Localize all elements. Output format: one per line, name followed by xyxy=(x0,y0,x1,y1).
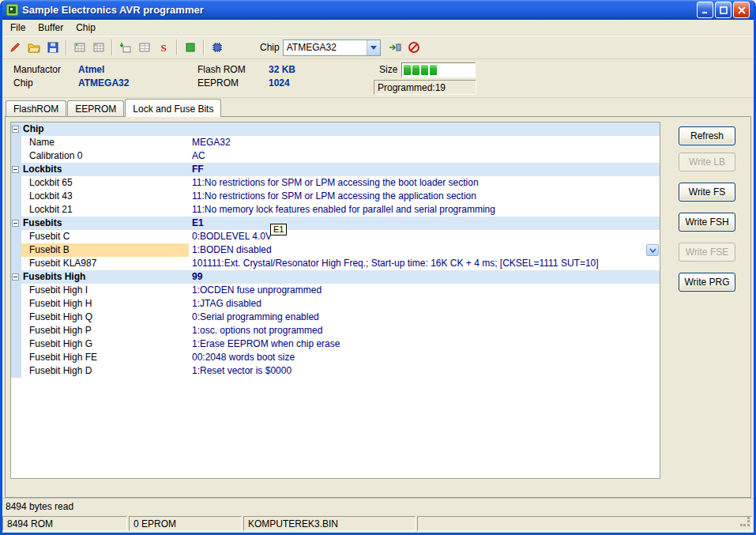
grid-row-lockbit-21[interactable]: Lockbit 2111:No memory lock features ena… xyxy=(11,203,660,217)
grid-row-calibration-0[interactable]: Calibration 0AC xyxy=(11,149,660,163)
minus-glyph xyxy=(13,169,17,170)
status-panel-3: KOMPUTEREK3.BIN xyxy=(243,516,416,531)
size-label: Size xyxy=(379,64,397,75)
row-label: Fusebit High G xyxy=(21,337,189,351)
row-label: Fusebit High I xyxy=(21,284,189,297)
write-fs-button[interactable]: Write FS xyxy=(679,183,735,202)
refresh-button[interactable]: Refresh xyxy=(679,126,735,145)
tab-eeprom[interactable]: EEPROM xyxy=(67,100,124,116)
row-label: Fusebit B xyxy=(21,243,189,257)
cancel-icon[interactable] xyxy=(404,38,423,57)
row-value: 11:No restrictions for SPM or LPM access… xyxy=(189,190,660,203)
grid-row-chip[interactable]: Chip xyxy=(11,122,660,136)
chip-icon[interactable] xyxy=(208,38,227,57)
verify-icon[interactable] xyxy=(181,38,200,57)
grid-row-name[interactable]: NameMEGA32 xyxy=(11,136,660,149)
chevron-down-icon xyxy=(370,46,377,50)
row-value: 0:Serial programming enabled xyxy=(189,311,660,324)
grid-row-fusebit-high-fe[interactable]: Fusebit High FE00:2048 words boot size xyxy=(11,351,660,364)
grid-row-fusebit-high-d[interactable]: Fusebit High D1:Reset vector is $0000 xyxy=(11,364,660,378)
progress-block xyxy=(430,65,437,75)
grid-row-lockbit-65[interactable]: Lockbit 6511:No restrictions for SPM or … xyxy=(11,176,660,190)
chip-combobox-value: ATMEGA32 xyxy=(284,40,367,55)
menu-item-chip[interactable]: Chip xyxy=(70,21,102,35)
minus-glyph xyxy=(13,277,17,277)
row-gutter xyxy=(11,297,21,311)
row-value: 00:2048 words boot size xyxy=(189,351,660,364)
flash-grid-icon[interactable] xyxy=(70,38,89,57)
eeprom-grid-icon[interactable] xyxy=(89,38,108,57)
pencil-icon[interactable] xyxy=(6,38,24,57)
row-label: Name xyxy=(21,136,189,149)
status-panel-1: 8494 ROM xyxy=(2,516,127,531)
grid-row-fusebit-high-g[interactable]: Fusebit High G1:Erase EEPROM when chip e… xyxy=(11,337,660,351)
toolbar: S Chip ATMEGA32 xyxy=(2,36,754,59)
row-label: Fusebit KLA987 xyxy=(21,257,189,270)
grid-row-fusebit-high-i[interactable]: Fusebit High I1:OCDEN fuse unprogrammed xyxy=(11,284,660,297)
menu-item-file[interactable]: File xyxy=(4,21,32,35)
tab-strip: FlashROMEEPROMLock and Fuse Bits xyxy=(2,98,754,116)
title-bar: Sample Electronics AVR programmer xyxy=(2,0,754,20)
minus-glyph xyxy=(13,223,17,224)
maximize-button[interactable] xyxy=(715,2,732,18)
collapse-icon[interactable] xyxy=(12,166,19,173)
toolbar-separator xyxy=(203,40,205,55)
collapse-icon[interactable] xyxy=(12,126,19,133)
save-icon[interactable] xyxy=(43,38,62,57)
tab-lock-and-fuse-bits[interactable]: Lock and Fuse Bits xyxy=(125,99,221,117)
write-prg-button[interactable]: Write PRG xyxy=(679,273,735,292)
row-label: Fusebits High xyxy=(21,270,189,284)
row-value: 1:Erase EEPROM when chip erase xyxy=(189,337,660,351)
grid-row-fusebit-high-p[interactable]: Fusebit High P1:osc. options not program… xyxy=(11,324,660,337)
resize-grip[interactable] xyxy=(740,517,750,529)
grid-row-fusebit-kla987[interactable]: Fusebit KLA987101111:Ext. Crystal/Resona… xyxy=(11,257,660,270)
collapse-icon[interactable] xyxy=(12,220,19,227)
write-eeprom-icon[interactable] xyxy=(135,38,154,57)
minimize-button[interactable] xyxy=(697,2,713,18)
row-gutter xyxy=(11,270,21,284)
progress-block xyxy=(421,65,428,75)
grid-row-lockbit-43[interactable]: Lockbit 4311:No restrictions for SPM or … xyxy=(11,190,660,203)
row-label: Fusebit High FE xyxy=(21,351,189,364)
row-value xyxy=(189,122,660,136)
row-label: Chip xyxy=(21,122,189,136)
info-panel: Manufactor Chip Atmel ATMEGA32 Flash ROM… xyxy=(2,59,754,98)
progress-block xyxy=(404,65,411,75)
collapse-icon[interactable] xyxy=(12,273,19,281)
erase-chip-icon[interactable]: S xyxy=(154,38,173,57)
chip-combobox-dropdown[interactable] xyxy=(367,40,380,55)
minus-glyph xyxy=(13,129,17,130)
window-controls xyxy=(697,2,750,18)
flashrom-label: Flash ROM xyxy=(197,64,246,75)
row-gutter xyxy=(11,311,21,324)
row-value: 11:No restrictions for SPM or LPM access… xyxy=(189,176,660,190)
chip-value: ATMEGA32 xyxy=(78,77,129,89)
tab-flashrom[interactable]: FlashROM xyxy=(6,100,66,116)
grid-row-lockbits[interactable]: LockbitsFF xyxy=(11,163,660,176)
grid-row-fusebits-high[interactable]: Fusebits High99 xyxy=(11,270,660,284)
flashrom-value: 32 KB xyxy=(269,64,295,75)
programmed-indicator: Programmed:19 xyxy=(374,80,476,95)
write-flash-icon[interactable] xyxy=(116,38,135,57)
row-value: 1:BODEN disabled xyxy=(189,243,660,257)
app-icon xyxy=(6,3,19,17)
progress-block xyxy=(412,65,419,75)
grid-row-fusebit-b[interactable]: Fusebit B1:BODEN disabled xyxy=(11,243,660,257)
size-progressbar xyxy=(401,62,476,77)
program-chip-icon[interactable] xyxy=(386,38,404,57)
chip-combobox[interactable]: ATMEGA32 xyxy=(283,40,381,56)
write-fsh-button[interactable]: Write FSH xyxy=(679,213,735,232)
close-button[interactable] xyxy=(733,2,750,18)
open-file-icon[interactable] xyxy=(24,38,43,57)
row-value: MEGA32 xyxy=(189,136,660,149)
status-bar: 8494 ROM0 EPROMKOMPUTEREK3.BIN xyxy=(2,514,754,533)
grid-row-fusebit-high-h[interactable]: Fusebit High H1:JTAG disabled xyxy=(11,297,660,311)
row-gutter xyxy=(11,230,21,243)
grid-row-fusebit-c[interactable]: Fusebit C0:BODLEVEL 4.0V xyxy=(11,230,660,243)
grid-row-fusebits[interactable]: FusebitsE1 xyxy=(11,217,660,230)
grid-row-fusebit-high-q[interactable]: Fusebit High Q0:Serial programming enabl… xyxy=(11,311,660,324)
row-label: Lockbits xyxy=(21,163,189,176)
value-dropdown-button[interactable] xyxy=(646,244,659,256)
row-gutter xyxy=(11,136,21,149)
menu-item-buffer[interactable]: Buffer xyxy=(32,21,70,35)
